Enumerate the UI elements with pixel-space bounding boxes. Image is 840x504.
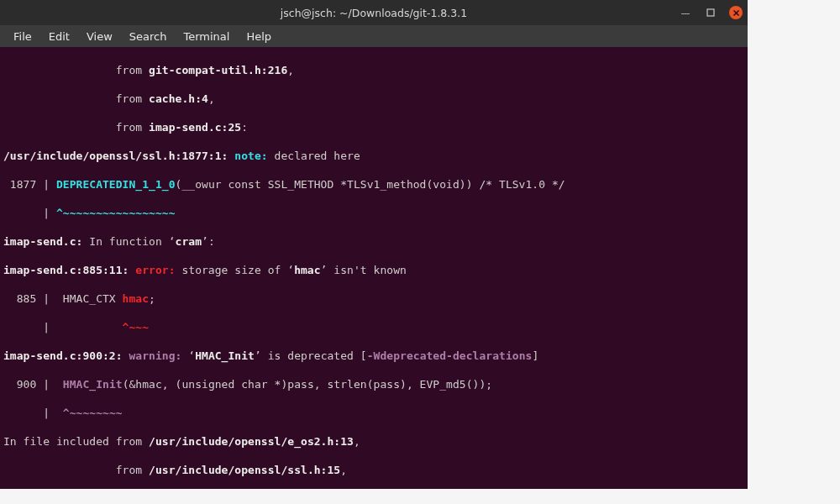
output-line: from imap-send.c:25: (3, 120, 744, 134)
output-line: 885 | HMAC_CTX hmac; (3, 291, 744, 306)
menu-edit[interactable]: Edit (40, 27, 78, 46)
output-line: imap-send.c:900:2: warning: ‘HMAC_Init’ … (3, 349, 744, 363)
menubar: File Edit View Search Terminal Help (0, 25, 748, 47)
minimize-button[interactable]: — (679, 6, 692, 19)
output-line: from /usr/include/openssl/ssl.h:15, (3, 463, 744, 477)
output-line: | ^~~~~~~~~~~~~~~~~~ (3, 206, 744, 220)
close-button[interactable] (729, 6, 743, 19)
terminal-window: jsch@jsch: ~/Downloads/git-1.8.3.1 — Fil… (0, 0, 748, 489)
menu-search[interactable]: Search (121, 27, 176, 46)
output-line: from git-compat-util.h:216, (3, 63, 744, 77)
terminal-output[interactable]: from git-compat-util.h:216, from cache.h… (0, 47, 748, 489)
menu-view[interactable]: View (78, 27, 121, 46)
output-line: from cache.h:4, (3, 92, 744, 106)
titlebar: jsch@jsch: ~/Downloads/git-1.8.3.1 — (0, 0, 748, 25)
close-icon (732, 9, 740, 17)
output-line: In file included from /usr/include/opens… (3, 434, 744, 449)
svg-rect-0 (707, 9, 714, 16)
window-controls: — (679, 0, 743, 25)
maximize-icon (706, 8, 715, 17)
output-line: | ^~~~~~~~~ (3, 406, 744, 420)
window-title: jsch@jsch: ~/Downloads/git-1.8.3.1 (281, 7, 467, 19)
output-line: | ^~~~ (3, 320, 744, 334)
output-line: 900 | HMAC_Init(&hmac, (unsigned char *)… (3, 377, 744, 391)
menu-terminal[interactable]: Terminal (175, 27, 238, 46)
menu-file[interactable]: File (5, 27, 40, 46)
menu-help[interactable]: Help (238, 27, 280, 46)
output-line: 1877 | DEPRECATEDIN_1_1_0(__owur const S… (3, 177, 744, 192)
output-line: imap-send.c: In function ‘cram’: (3, 234, 744, 249)
output-line: /usr/include/openssl/ssl.h:1877:1: note:… (3, 149, 744, 163)
output-line: imap-send.c:885:11: error: storage size … (3, 263, 744, 277)
maximize-button[interactable] (704, 6, 717, 19)
